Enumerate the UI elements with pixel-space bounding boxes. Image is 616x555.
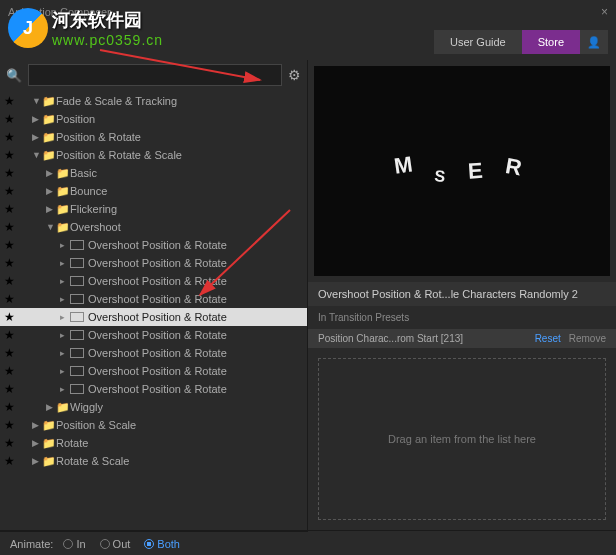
tree-item[interactable]: ★▸Overshoot Position & Rotate: [0, 362, 307, 380]
preset-thumb: [70, 240, 84, 250]
tree-item[interactable]: ★▸Overshoot Position & Rotate: [0, 236, 307, 254]
disclosure-arrow-icon[interactable]: ▶: [32, 420, 42, 430]
star-icon[interactable]: ★: [4, 436, 18, 450]
tree-label: Position & Scale: [56, 419, 136, 431]
star-icon[interactable]: ★: [4, 310, 18, 324]
star-icon[interactable]: ★: [4, 256, 18, 270]
close-icon[interactable]: ×: [601, 5, 608, 19]
star-icon[interactable]: ★: [4, 148, 18, 162]
tree-label: Flickering: [70, 203, 117, 215]
tree-folder[interactable]: ★▶📁Rotate & Scale: [0, 452, 307, 470]
folder-icon: 📁: [42, 95, 56, 108]
star-icon[interactable]: ★: [4, 292, 18, 306]
disclosure-arrow-icon[interactable]: ▼: [46, 222, 56, 232]
bullet-icon: ▸: [60, 330, 70, 340]
tree-item[interactable]: ★▸Overshoot Position & Rotate: [0, 254, 307, 272]
preview-area: M S E R: [314, 66, 610, 276]
tree-item[interactable]: ★▸Overshoot Position & Rotate: [0, 272, 307, 290]
tree-label: Overshoot Position & Rotate: [88, 293, 227, 305]
store-button[interactable]: Store: [522, 30, 580, 54]
star-icon[interactable]: ★: [4, 94, 18, 108]
disclosure-arrow-icon[interactable]: ▶: [32, 132, 42, 142]
tree-folder[interactable]: ★▶📁Position: [0, 110, 307, 128]
reset-link[interactable]: Reset: [535, 333, 561, 344]
star-icon[interactable]: ★: [4, 166, 18, 180]
radio-dot-icon: [63, 539, 73, 549]
tree-item[interactable]: ★▸Overshoot Position & Rotate: [0, 308, 307, 326]
tree-folder[interactable]: ★▶📁Position & Rotate: [0, 128, 307, 146]
radio-label: Both: [157, 538, 180, 550]
tree-folder[interactable]: ★▶📁Rotate: [0, 434, 307, 452]
preset-row[interactable]: Position Charac...rom Start [213] Reset …: [308, 329, 616, 348]
star-icon[interactable]: ★: [4, 418, 18, 432]
bullet-icon: ▸: [60, 276, 70, 286]
search-icon: 🔍: [6, 68, 22, 83]
remove-link[interactable]: Remove: [569, 333, 606, 344]
tree-folder[interactable]: ★▼📁Fade & Scale & Tracking: [0, 92, 307, 110]
star-icon[interactable]: ★: [4, 346, 18, 360]
preset-thumb: [70, 384, 84, 394]
watermark-url: www.pc0359.cn: [52, 32, 163, 48]
tree-item[interactable]: ★▸Overshoot Position & Rotate: [0, 326, 307, 344]
star-icon[interactable]: ★: [4, 454, 18, 468]
folder-icon: 📁: [42, 419, 56, 432]
star-icon[interactable]: ★: [4, 130, 18, 144]
radio-dot-icon: [100, 539, 110, 549]
folder-icon: 📁: [42, 437, 56, 450]
tree-item[interactable]: ★▸Overshoot Position & Rotate: [0, 380, 307, 398]
disclosure-arrow-icon[interactable]: ▶: [32, 114, 42, 124]
user-icon[interactable]: 👤: [580, 30, 608, 54]
preset-thumb: [70, 348, 84, 358]
bullet-icon: ▸: [60, 294, 70, 304]
radio-label: In: [76, 538, 85, 550]
preset-thumb: [70, 294, 84, 304]
star-icon[interactable]: ★: [4, 382, 18, 396]
radio-in[interactable]: In: [63, 538, 85, 550]
user-guide-button[interactable]: User Guide: [434, 30, 522, 54]
preset-thumb: [70, 258, 84, 268]
radio-both[interactable]: Both: [144, 538, 180, 550]
tree-item[interactable]: ★▸Overshoot Position & Rotate: [0, 290, 307, 308]
star-icon[interactable]: ★: [4, 364, 18, 378]
disclosure-arrow-icon[interactable]: ▼: [32, 96, 42, 106]
radio-out[interactable]: Out: [100, 538, 131, 550]
tree-folder[interactable]: ★▼📁Overshoot: [0, 218, 307, 236]
disclosure-arrow-icon[interactable]: ▶: [32, 438, 42, 448]
star-icon[interactable]: ★: [4, 238, 18, 252]
gear-icon[interactable]: ⚙: [288, 67, 301, 83]
drop-zone[interactable]: Drag an item from the list here: [318, 358, 606, 520]
search-row: 🔍 ⚙: [0, 60, 307, 90]
disclosure-arrow-icon[interactable]: ▶: [46, 402, 56, 412]
bullet-icon: ▸: [60, 258, 70, 268]
tree-folder[interactable]: ★▶📁Flickering: [0, 200, 307, 218]
disclosure-arrow-icon[interactable]: ▼: [32, 150, 42, 160]
bullet-icon: ▸: [60, 348, 70, 358]
folder-icon: 📁: [42, 131, 56, 144]
star-icon[interactable]: ★: [4, 328, 18, 342]
disclosure-arrow-icon[interactable]: ▶: [46, 168, 56, 178]
preset-name: Position Charac...rom Start [213]: [318, 333, 463, 344]
preset-tree[interactable]: ★▼📁Fade & Scale & Tracking★▶📁Position★▶📁…: [0, 90, 307, 530]
disclosure-arrow-icon[interactable]: ▶: [46, 186, 56, 196]
star-icon[interactable]: ★: [4, 112, 18, 126]
tree-folder[interactable]: ★▶📁Bounce: [0, 182, 307, 200]
tree-folder[interactable]: ★▼📁Position & Rotate & Scale: [0, 146, 307, 164]
tree-item[interactable]: ★▸Overshoot Position & Rotate: [0, 344, 307, 362]
star-icon[interactable]: ★: [4, 184, 18, 198]
tree-label: Overshoot: [70, 221, 121, 233]
folder-icon: 📁: [56, 167, 70, 180]
bullet-icon: ▸: [60, 366, 70, 376]
disclosure-arrow-icon[interactable]: ▶: [46, 204, 56, 214]
star-icon[interactable]: ★: [4, 274, 18, 288]
star-icon[interactable]: ★: [4, 202, 18, 216]
preview-text: M S E R: [395, 158, 529, 184]
tree-folder[interactable]: ★▶📁Wiggly: [0, 398, 307, 416]
search-input[interactable]: [28, 64, 282, 86]
disclosure-arrow-icon[interactable]: ▶: [32, 456, 42, 466]
tree-label: Position & Rotate: [56, 131, 141, 143]
star-icon[interactable]: ★: [4, 400, 18, 414]
tree-folder[interactable]: ★▶📁Basic: [0, 164, 307, 182]
tree-folder[interactable]: ★▶📁Position & Scale: [0, 416, 307, 434]
star-icon[interactable]: ★: [4, 220, 18, 234]
folder-icon: 📁: [42, 455, 56, 468]
